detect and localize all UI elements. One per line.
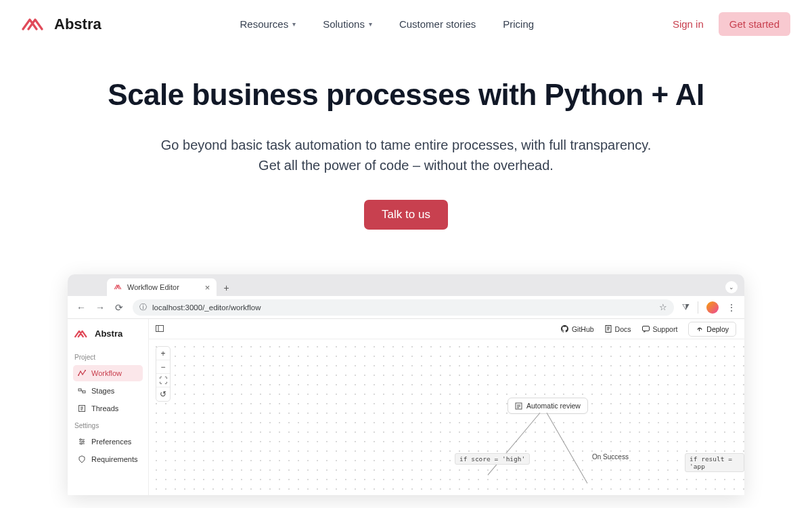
browser-tab[interactable]: Workflow Editor × xyxy=(107,278,217,296)
support-icon xyxy=(642,326,650,333)
tab-favicon-icon xyxy=(114,283,122,291)
zoom-reset-button[interactable]: ↺ xyxy=(156,387,170,401)
deploy-icon xyxy=(696,326,703,333)
back-button[interactable]: ← xyxy=(76,302,87,313)
docs-link[interactable]: Docs xyxy=(605,325,631,333)
nav-actions: Sign in Get started xyxy=(673,12,790,36)
chevron-down-icon: ▾ xyxy=(369,20,372,28)
sidebar-item-stages[interactable]: Stages xyxy=(73,383,143,399)
sidebar-item-requirements[interactable]: Requirements xyxy=(73,451,143,467)
site-header: Abstra Resources ▾ Solutions ▾ Customer … xyxy=(0,0,812,48)
nav-customer-stories[interactable]: Customer stories xyxy=(399,18,476,30)
svg-rect-11 xyxy=(642,326,649,331)
forward-button[interactable]: → xyxy=(95,302,106,313)
browser-menu-icon[interactable]: ⋮ xyxy=(727,302,736,313)
site-info-icon[interactable]: ⓘ xyxy=(139,302,147,312)
signin-link[interactable]: Sign in xyxy=(673,18,704,30)
edge-condition-label: if result = 'app xyxy=(685,453,744,472)
cta-button[interactable]: Talk to us xyxy=(364,200,448,230)
nav-links: Resources ▾ Solutions ▾ Customer stories… xyxy=(240,18,534,30)
profile-avatar[interactable] xyxy=(706,301,719,314)
url-text: localhost:3000/_editor/workflow xyxy=(152,303,261,312)
github-link[interactable]: GitHub xyxy=(561,325,594,333)
nav-solutions[interactable]: Solutions ▾ xyxy=(323,18,372,30)
app-sidebar: Abstra Project Workflow Stages Threads S… xyxy=(68,319,149,495)
app-brand-name: Abstra xyxy=(95,329,122,339)
getstarted-button[interactable]: Get started xyxy=(719,12,790,36)
sidebar-item-workflow[interactable]: Workflow xyxy=(73,365,143,381)
panel-toggle-icon[interactable] xyxy=(156,325,164,333)
nav-pricing[interactable]: Pricing xyxy=(503,18,534,30)
support-link[interactable]: Support xyxy=(642,325,678,333)
brand[interactable]: Abstra xyxy=(22,16,102,33)
browser-tabstrip: Workflow Editor × + ⌄ xyxy=(68,274,744,296)
app-main: GitHub Docs Support Deploy + − xyxy=(149,319,744,495)
tabs-overflow-button[interactable]: ⌄ xyxy=(725,281,738,293)
svg-point-5 xyxy=(80,439,81,440)
node-icon xyxy=(515,402,522,410)
sidebar-item-preferences[interactable]: Preferences xyxy=(73,433,143,450)
requirements-icon xyxy=(78,455,86,463)
nav-resources[interactable]: Resources ▾ xyxy=(240,18,296,30)
sidebar-section-project: Project xyxy=(73,351,143,364)
hero: Scale business processes with Python + A… xyxy=(0,48,812,236)
extensions-icon[interactable]: ⧩ xyxy=(682,302,690,313)
chevron-down-icon: ▾ xyxy=(292,20,296,28)
svg-rect-8 xyxy=(156,325,164,331)
svg-rect-3 xyxy=(83,391,85,393)
sidebar-item-threads[interactable]: Threads xyxy=(73,400,143,417)
hero-title: Scale business processes with Python + A… xyxy=(27,78,785,112)
workflow-icon xyxy=(78,369,86,377)
app-topbar: GitHub Docs Support Deploy xyxy=(149,319,744,339)
edge-label: On Success xyxy=(592,453,629,461)
preferences-icon xyxy=(78,438,86,446)
app-brand[interactable]: Abstra xyxy=(73,326,143,348)
app: Abstra Project Workflow Stages Threads S… xyxy=(68,319,744,495)
reload-button[interactable]: ⟳ xyxy=(114,302,125,313)
browser-mock: Workflow Editor × + ⌄ ← → ⟳ ⓘ localhost:… xyxy=(68,274,744,495)
app-logo-icon xyxy=(74,329,89,339)
svg-point-0 xyxy=(78,375,79,376)
edge-condition-label: if score = 'high' xyxy=(455,453,530,465)
brand-logo-icon xyxy=(22,17,47,32)
zoom-in-button[interactable]: + xyxy=(156,347,170,360)
sidebar-section-settings: Settings xyxy=(73,419,143,432)
workflow-edge xyxy=(487,412,540,475)
brand-name: Abstra xyxy=(54,16,102,33)
svg-point-7 xyxy=(81,443,82,444)
svg-point-6 xyxy=(83,441,84,442)
address-bar[interactable]: ⓘ localhost:3000/_editor/workflow ☆ xyxy=(133,299,674,316)
deploy-button[interactable]: Deploy xyxy=(688,322,736,337)
workflow-node-automatic-review[interactable]: Automatic review xyxy=(508,398,588,414)
zoom-out-button[interactable]: − xyxy=(156,360,170,374)
browser-toolbar: ← → ⟳ ⓘ localhost:3000/_editor/workflow … xyxy=(68,296,744,319)
bookmark-icon[interactable]: ☆ xyxy=(659,302,667,312)
hero-subtitle: Go beyond basic task automation to tame … xyxy=(156,135,656,175)
github-icon xyxy=(561,325,568,333)
svg-point-1 xyxy=(85,370,86,371)
docs-icon xyxy=(605,325,612,333)
svg-rect-2 xyxy=(78,389,81,391)
browser-tab-title: Workflow Editor xyxy=(127,283,179,291)
new-tab-button[interactable]: + xyxy=(223,282,229,293)
workflow-canvas[interactable]: + − ⛶ ↺ Automatic review if score = 'hig… xyxy=(149,339,744,495)
stages-icon xyxy=(78,387,86,395)
zoom-controls: + − ⛶ ↺ xyxy=(156,346,171,402)
threads-icon xyxy=(78,404,86,412)
close-icon[interactable]: × xyxy=(205,282,210,293)
workflow-edge xyxy=(547,412,588,483)
zoom-fit-button[interactable]: ⛶ xyxy=(156,374,170,387)
